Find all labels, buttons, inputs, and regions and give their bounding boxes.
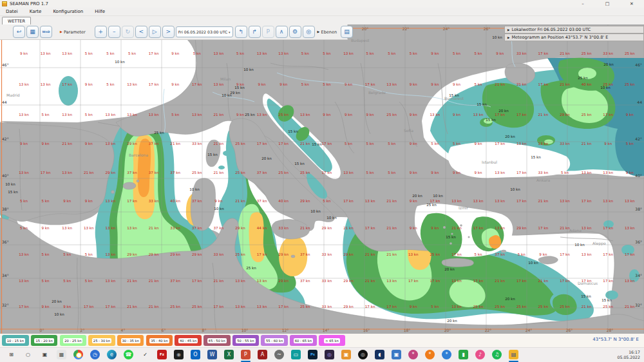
svg-text:9 kn: 9 kn xyxy=(366,113,375,117)
close-button[interactable]: ✕ xyxy=(620,0,644,8)
svg-text:21 kn: 21 kn xyxy=(451,226,462,230)
step-back-icon[interactable]: < xyxy=(135,26,147,38)
svg-text:Istanbul: Istanbul xyxy=(482,160,497,164)
chrome-icon[interactable] xyxy=(73,350,83,359)
task-view-icon[interactable]: ▣ xyxy=(40,350,50,359)
seaman-pro-icon[interactable]: ▤ xyxy=(509,350,518,359)
svg-text:9 kn: 9 kn xyxy=(431,171,439,175)
svg-text:9 kn: 9 kn xyxy=(171,52,180,55)
svg-text:17 kn: 17 kn xyxy=(257,142,267,146)
svg-text:25 kn: 25 kn xyxy=(245,113,255,117)
svg-text:21 kn: 21 kn xyxy=(214,279,224,283)
start-icon[interactable]: ⊞ xyxy=(6,350,16,359)
export-view-icon[interactable]: ↰ xyxy=(235,26,247,38)
svg-text:15 kn: 15 kn xyxy=(581,294,591,298)
svg-text:13 kn: 13 kn xyxy=(106,199,116,203)
import-view-icon[interactable]: ↱ xyxy=(249,26,261,38)
svg-text:13 kn: 13 kn xyxy=(473,113,484,117)
svg-text:25 kn: 25 kn xyxy=(300,171,310,175)
audio-app-icon[interactable]: ◉ xyxy=(174,350,184,359)
svg-text:13 kn: 13 kn xyxy=(149,113,159,117)
orange-flake-icon[interactable]: * xyxy=(425,350,435,359)
svg-text:25 kn: 25 kn xyxy=(154,131,164,135)
svg-text:5 kn: 5 kn xyxy=(106,82,115,86)
svg-text:13 kn: 13 kn xyxy=(106,252,116,256)
weather-map[interactable]: 9 kn13 kn13 kn5 kn5 kn5 kn17 kn9 kn5 kn1… xyxy=(0,24,644,334)
meteogramm-panel[interactable]: ▶Meteogramm an Position 43°53.7' N 3°00.… xyxy=(504,33,644,41)
toolbar: ↩▦WnD▶ Parameter+–↻<▷>Fri 06.05.2022 03:… xyxy=(0,24,348,40)
flag-icon[interactable]: P xyxy=(262,26,274,38)
svg-text:10°: 10° xyxy=(242,328,249,332)
svg-text:29 kn: 29 kn xyxy=(278,252,289,256)
whatsapp-icon[interactable]: ☎ xyxy=(124,350,133,359)
spotify-icon[interactable]: ♫ xyxy=(492,350,502,359)
legend-label: 20 - 25 kn xyxy=(63,338,82,343)
svg-text:5 kn: 5 kn xyxy=(475,52,483,55)
svg-text:21 kn: 21 kn xyxy=(516,82,527,86)
minimize-button[interactable]: – xyxy=(571,0,595,8)
svg-text:9 kn: 9 kn xyxy=(279,82,288,86)
edge-icon[interactable]: e xyxy=(107,350,117,359)
menu-konfiguration[interactable]: Konfiguration xyxy=(47,9,89,14)
play-icon[interactable]: ▷ xyxy=(149,26,161,38)
access-icon[interactable]: A xyxy=(258,350,267,359)
svg-text:37 kn: 37 kn xyxy=(149,171,159,175)
position-icon[interactable]: ◎ xyxy=(303,26,315,38)
excel-icon[interactable]: X xyxy=(224,350,234,359)
step-forward-icon[interactable]: > xyxy=(162,26,175,38)
camtasia-icon[interactable]: ~ xyxy=(274,350,284,359)
svg-text:9 kn: 9 kn xyxy=(85,142,93,146)
outlook-icon[interactable]: O xyxy=(191,350,200,359)
svg-text:13 kn: 13 kn xyxy=(560,199,570,203)
powerpoint-icon[interactable]: P xyxy=(241,350,251,359)
screenshot-app-icon[interactable]: ▣ xyxy=(341,350,351,359)
datetime-selector[interactable]: Fri 06.05.2022 03:00 UTC ▾ xyxy=(176,26,233,37)
maximize-button[interactable]: □ xyxy=(595,0,620,8)
svg-text:Sofia: Sofia xyxy=(404,128,413,133)
lokalwetter-panel[interactable]: ▶Lokalwetter Fri 06.05.2022 03:00 UTC xyxy=(504,26,644,33)
green-app-icon[interactable]: ▮ xyxy=(459,350,468,359)
word-icon[interactable]: W xyxy=(207,350,217,359)
search-icon[interactable]: ○ xyxy=(23,350,33,359)
itunes-icon[interactable]: ♪ xyxy=(475,350,485,359)
svg-text:37 kn: 37 kn xyxy=(257,199,267,203)
tools-icon[interactable]: ⚙ xyxy=(289,26,301,38)
svg-text:21 kn: 21 kn xyxy=(149,279,159,283)
svg-text:21 kn: 21 kn xyxy=(214,142,224,146)
svg-text:9 kn: 9 kn xyxy=(475,171,483,175)
present-app-icon[interactable]: ▭ xyxy=(291,350,301,359)
zoom-in-icon[interactable]: + xyxy=(95,26,107,38)
menu-hilfe[interactable]: Hilfe xyxy=(89,9,111,14)
menu-karte[interactable]: Karte xyxy=(24,9,48,14)
photoshop-icon[interactable]: Ps xyxy=(308,350,317,359)
map-select-icon[interactable]: ▦ xyxy=(26,26,39,38)
pan-icon[interactable]: ↻ xyxy=(122,26,134,38)
svg-text:17 kn: 17 kn xyxy=(278,142,289,146)
svg-text:33 kn: 33 kn xyxy=(149,199,159,203)
clock-app-icon[interactable]: ◷ xyxy=(90,350,100,359)
layers-icon[interactable]: ▤ xyxy=(341,26,353,38)
taskbar-clock[interactable]: 16:17 05.05.2022 xyxy=(618,350,640,360)
svg-text:21 kn: 21 kn xyxy=(538,279,549,283)
svg-text:37 kn: 37 kn xyxy=(495,252,505,256)
snip-app-icon[interactable]: ▣ xyxy=(392,350,401,359)
back-icon[interactable]: ↩ xyxy=(13,26,25,38)
calculator-icon[interactable]: ▦ xyxy=(57,350,66,359)
ebenen-toggle[interactable]: ▶ Ebenen xyxy=(317,30,337,35)
wind-layer-icon[interactable]: WnD xyxy=(40,26,52,38)
mail-icon[interactable]: ✓ xyxy=(140,350,150,359)
color-app-icon[interactable]: * xyxy=(408,350,418,359)
route-icon[interactable]: ∧ xyxy=(276,26,288,38)
blue-flake-icon[interactable]: * xyxy=(442,350,451,359)
purple-app-icon[interactable]: ◎ xyxy=(325,350,334,359)
parameter-toggle[interactable]: ▶ Parameter xyxy=(60,30,86,35)
svg-text:20 kn: 20 kn xyxy=(444,267,455,271)
navy-app-icon[interactable]: ◖ xyxy=(375,350,384,359)
svg-text:15 kn: 15 kn xyxy=(312,142,322,146)
svg-text:13 kn: 13 kn xyxy=(278,52,289,55)
zoom-out-icon[interactable]: – xyxy=(108,26,120,38)
filezilla-icon[interactable]: Fz xyxy=(157,350,167,359)
svg-text:10 kn: 10 kn xyxy=(54,312,64,316)
menu-datei[interactable]: Datei xyxy=(0,9,24,14)
obs-icon[interactable]: ◎ xyxy=(358,350,368,359)
